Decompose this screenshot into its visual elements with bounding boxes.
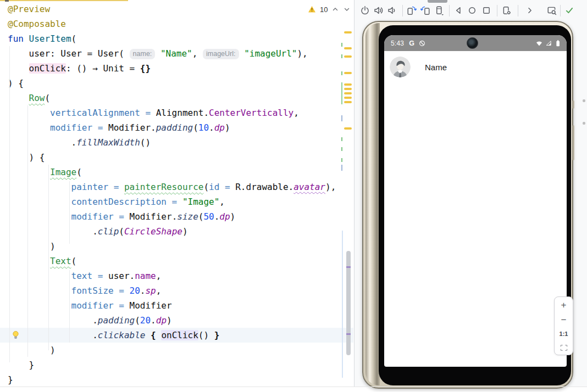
change-stripe-mark xyxy=(341,71,342,75)
rotate-left-icon[interactable] xyxy=(407,5,417,15)
code-line[interactable]: } xyxy=(0,357,353,372)
zoom-controls: + − 1:1 xyxy=(554,296,573,355)
code-line[interactable]: fontSize = 20.sp, xyxy=(0,283,353,298)
warning-stripe-mark[interactable] xyxy=(344,47,352,49)
code-line[interactable]: fun UserItem( xyxy=(0,31,353,46)
code-line[interactable]: Row( xyxy=(0,91,353,105)
change-stripe-mark xyxy=(341,54,342,58)
virtual-device-frame: 5:43 G xyxy=(362,21,573,389)
signal-icon xyxy=(545,40,552,47)
code-line[interactable]: ) { xyxy=(0,150,353,165)
code-line[interactable]: contentDescription = "Image", xyxy=(0,194,353,209)
rotate-right-icon[interactable] xyxy=(420,5,430,15)
code-line[interactable]: ) xyxy=(0,239,353,254)
warning-stripe-mark[interactable] xyxy=(344,88,352,90)
user-name-text: Name xyxy=(425,63,447,72)
zoom-reset-button[interactable]: 1:1 xyxy=(560,329,568,339)
ide-window: @Preview@Composablefun UserItem( user: U… xyxy=(0,0,587,392)
screenshot-icon[interactable] xyxy=(547,5,557,15)
panel-scroll-mark xyxy=(583,99,585,102)
zoom-out-button[interactable]: − xyxy=(561,315,567,324)
home-icon[interactable] xyxy=(467,5,477,15)
toolbar-divider xyxy=(402,5,403,16)
google-g-icon: G xyxy=(409,40,414,47)
battery-icon xyxy=(554,40,562,47)
scrolled-line-remnant xyxy=(0,0,128,1)
code-line[interactable]: modifier = Modifier.size(50.dp) xyxy=(0,209,353,224)
emulator-toolbar xyxy=(355,0,587,22)
device-settings-icon[interactable] xyxy=(502,5,512,15)
code-line[interactable]: .fillMaxWidth() xyxy=(0,135,353,150)
statusbar-divider xyxy=(0,387,587,387)
toolbar-divider xyxy=(449,5,450,16)
code-editor[interactable]: @Preview@Composablefun UserItem( user: U… xyxy=(0,0,353,387)
change-stripe-mark xyxy=(341,147,342,151)
power-icon[interactable] xyxy=(360,5,370,15)
warning-stripe-mark[interactable] xyxy=(344,31,352,33)
camera-punch-hole xyxy=(467,37,478,49)
warning-count: 10 xyxy=(320,5,328,14)
fit-screen-icon[interactable] xyxy=(560,344,568,351)
device-screen[interactable]: 5:43 G xyxy=(379,25,571,385)
editor-scrollbar[interactable] xyxy=(340,0,353,387)
code-line[interactable]: verticalAlignment = Alignment.CenterVert… xyxy=(0,105,353,120)
intention-bulb-icon[interactable] xyxy=(12,331,20,342)
more-icon[interactable] xyxy=(525,5,535,15)
warning-stripe-mark[interactable] xyxy=(344,127,352,130)
warning-icon xyxy=(308,5,316,13)
warning-stripe-mark[interactable] xyxy=(344,83,352,86)
status-time: 5:43 xyxy=(391,40,404,47)
toolbar-divider xyxy=(518,5,518,16)
code-line[interactable]: .clickable { onClick() } xyxy=(0,328,353,343)
warning-stripe-mark[interactable] xyxy=(344,72,352,74)
panel-scroll-mark xyxy=(583,122,585,125)
previous-problem-icon[interactable] xyxy=(331,5,339,13)
warning-stripe-mark[interactable] xyxy=(344,92,352,94)
code-line[interactable]: ) xyxy=(0,343,353,357)
overview-icon[interactable] xyxy=(481,5,491,15)
analysis-bar xyxy=(342,231,343,378)
warning-stripe-mark[interactable] xyxy=(344,55,352,58)
volume-rocker xyxy=(572,125,574,160)
emulator-panel: 5:43 G xyxy=(354,0,587,387)
code-line[interactable]: @Composable xyxy=(0,16,353,31)
code-lines[interactable]: @Preview@Composablefun UserItem( user: U… xyxy=(0,2,353,387)
change-stripe-mark xyxy=(341,158,342,162)
info-stripe-mark xyxy=(341,115,342,121)
code-line[interactable]: onClick: () → Unit = {} xyxy=(0,61,353,76)
code-line[interactable]: modifier = Modifier.padding(10.dp) xyxy=(0,120,353,135)
code-line[interactable]: painter = painterResource(id = R.drawabl… xyxy=(0,180,353,194)
zoom-in-button[interactable]: + xyxy=(561,300,567,310)
fold-posture-icon[interactable] xyxy=(434,5,444,15)
code-line[interactable]: Image( xyxy=(0,165,353,180)
blocked-icon xyxy=(418,40,426,47)
change-stripe-mark xyxy=(341,137,342,141)
warning-stripe-mark[interactable] xyxy=(344,101,352,103)
code-line[interactable]: @Preview xyxy=(0,2,353,16)
wifi-icon xyxy=(535,40,543,47)
toolbar-divider xyxy=(497,5,497,16)
highlight-mark xyxy=(346,266,351,268)
code-line[interactable]: .padding(20.dp) xyxy=(0,313,353,328)
success-check-icon[interactable] xyxy=(564,5,574,15)
user-item-row[interactable]: Name xyxy=(384,51,567,83)
code-line[interactable]: ) { xyxy=(0,76,353,91)
fold-hinge xyxy=(366,23,380,385)
highlight-mark xyxy=(346,333,351,335)
toolbar-divider xyxy=(560,5,561,16)
power-button xyxy=(572,100,574,109)
info-stripe-mark xyxy=(341,165,342,171)
app-display[interactable]: 5:43 G xyxy=(384,35,567,367)
back-icon[interactable] xyxy=(453,5,463,15)
code-line[interactable]: modifier = Modifier xyxy=(0,298,353,313)
change-stripe-mark xyxy=(341,43,342,47)
warning-stripe-mark[interactable] xyxy=(344,97,352,99)
volume-up-icon[interactable] xyxy=(374,5,384,15)
code-line[interactable]: user: User = User( name: "Name", imageUr… xyxy=(0,46,353,61)
code-line[interactable]: } xyxy=(0,372,353,387)
code-line[interactable]: text = user.name, xyxy=(0,268,353,283)
code-line[interactable]: Text( xyxy=(0,254,353,268)
toolbar-scroll-pill[interactable] xyxy=(428,0,447,3)
code-line[interactable]: .clip(CircleShape) xyxy=(0,224,353,239)
volume-down-icon[interactable] xyxy=(387,5,397,15)
